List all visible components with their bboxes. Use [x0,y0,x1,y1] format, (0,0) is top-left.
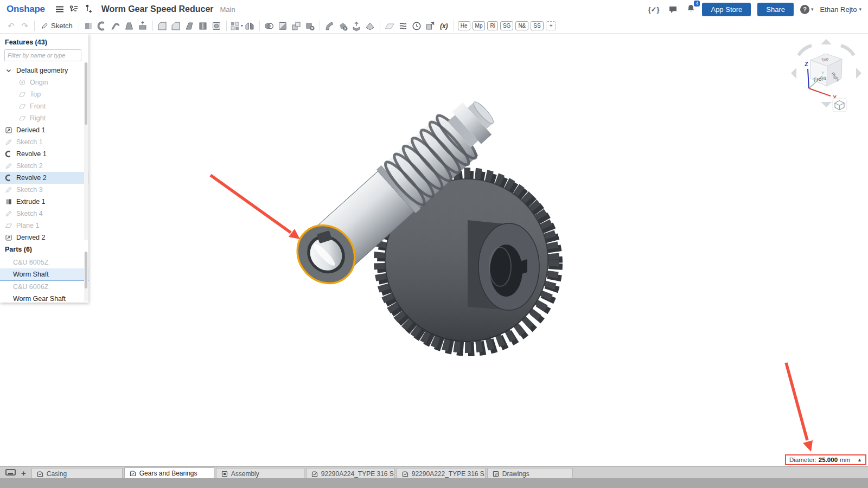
features-scrollbar[interactable] [84,62,88,240]
redo-button[interactable]: ↷ [18,20,31,33]
tab-92290a224[interactable]: 92290A224_TYPE 316 S... [306,468,395,479]
history-icon[interactable] [410,20,424,33]
rib-icon[interactable] [196,20,210,33]
chevron-down-icon [5,67,12,74]
tree-item-sketch-1[interactable]: Sketch 1 [0,136,88,148]
tree-item-top-plane[interactable]: Top [0,88,88,100]
viewcube-arrow-up[interactable] [821,39,832,44]
draft-icon[interactable] [183,20,196,33]
plane-tool-icon[interactable] [383,20,397,33]
transform-icon[interactable] [424,20,437,33]
part-item-cu-6005z[interactable]: C&U 6005Z [0,256,88,268]
3d-viewport[interactable]: Top Front Right Z X Y [0,0,868,488]
delete-face-icon[interactable] [336,20,350,33]
move-face-icon[interactable] [323,20,336,33]
sketch-button[interactable]: Sketch [37,20,76,33]
versions-icon[interactable] [67,2,81,16]
combine-icon[interactable] [290,20,303,33]
fillet-icon[interactable] [156,20,169,33]
parts-header: Parts (6) [0,243,88,256]
offset-surface-icon[interactable] [350,20,363,33]
part-item-cu-6006z[interactable]: C&U 6006Z [0,281,88,293]
tree-item-origin[interactable]: Origin [0,76,88,88]
view-cube[interactable]: Top Front Right Z X Y [791,39,861,107]
features-scrollbar-thumb[interactable] [85,62,87,125]
extrude-icon[interactable] [82,20,95,33]
tree-item-revolve-2[interactable]: Revolve 2 [0,172,88,184]
user-menu[interactable]: Ethan Rejto ▾ [820,5,861,14]
tree-item-default-geometry[interactable]: Default geometry [0,65,88,76]
revolve-icon[interactable] [95,20,109,33]
main-menu-icon[interactable] [53,2,67,16]
comments-icon[interactable] [666,2,680,16]
annotation-arrow-to-measure [786,363,813,452]
tree-item-extrude-1[interactable]: Extrude 1 [0,196,88,208]
viewcube-arrow-left[interactable] [791,68,796,79]
shell-icon[interactable] [210,20,224,33]
tab-gears-and-bearings[interactable]: Gears and Bearings [124,467,214,479]
custom-feature-sg[interactable]: SG [500,21,513,30]
pencil-icon [41,22,48,30]
tab-assembly[interactable]: Assembly [216,468,304,479]
part-item-worm-shaft[interactable]: Worm Shaft [0,268,88,281]
parts-scrollbar[interactable] [84,252,88,301]
tab-casing[interactable]: Casing [31,468,123,479]
tree-item-derived-2[interactable]: Derived 2 [0,232,88,243]
worm-gear-hub[interactable] [468,220,539,310]
tree-item-front-plane[interactable]: Front [0,100,88,112]
isometric-view-button[interactable] [833,98,846,112]
add-custom-feature-button[interactable]: + [546,21,557,30]
feature-filter-input[interactable] [4,49,81,61]
sweep-icon[interactable] [109,20,123,33]
measurement-bar[interactable]: Diameter: 25.000 mm ▲ [785,454,866,465]
undo-button[interactable]: ↶ [4,20,18,33]
app-header: Onshape Worm Gear Speed Reducer Main {✓}… [0,0,868,18]
custom-feature-ss[interactable]: SS [531,21,543,30]
viewcube-arrow-right[interactable] [856,68,861,79]
boolean-icon[interactable] [263,20,276,33]
custom-feature-n[interactable]: N& [515,21,528,30]
tree-item-revolve-1[interactable]: Revolve 1 [0,148,88,160]
linear-pattern-icon[interactable]: ▾ [229,20,243,33]
tab-92290a222[interactable]: 92290A222_TYPE 316 S... [397,468,486,479]
bottom-strip [0,478,868,488]
part-item-worm-gear-shaft[interactable]: Worm Gear Shaft [0,293,88,305]
notifications-icon[interactable]: 4 [686,4,695,15]
custom-feature-he[interactable]: He [458,21,470,30]
delete-part-icon[interactable] [303,20,317,33]
insert-element-icon[interactable] [81,2,95,16]
tree-item-plane-1[interactable]: Plane 1 [0,220,88,232]
feature-toolbar: ↶ ↷ Sketch ▾ (x) He Mp Ri SG N& SS + [0,18,868,34]
share-button[interactable]: Share [757,3,794,16]
plane-icon [18,114,26,122]
loft-icon[interactable] [123,20,136,33]
viewcube-rotate-cw[interactable] [841,46,854,55]
viewcube-arrow-down[interactable] [821,102,832,107]
chamfer-icon[interactable] [169,20,183,33]
help-icon[interactable]: ? [800,5,809,14]
tree-item-sketch-3[interactable]: Sketch 3 [0,184,88,196]
thicken-icon[interactable] [136,20,150,33]
variable-icon[interactable]: (x) [437,20,451,33]
help-menu[interactable]: ? ▾ [800,5,814,14]
helix-icon[interactable] [397,20,410,33]
measure-expand-caret-icon[interactable]: ▲ [857,457,862,463]
tab-manager-icon[interactable] [5,469,16,477]
custom-feature-ri[interactable]: Ri [487,21,497,30]
tree-item-derived-1[interactable]: Derived 1 [0,124,88,136]
tree-item-sketch-2[interactable]: Sketch 2 [0,160,88,172]
app-store-button[interactable]: App Store [702,3,751,16]
parts-scrollbar-thumb[interactable] [85,252,87,288]
workspace-name[interactable]: Main [220,5,235,14]
feedback-icon[interactable]: {✓} [648,5,659,14]
tree-item-right-plane[interactable]: Right [0,112,88,124]
new-tab-button[interactable]: + [21,469,26,477]
tab-drawings[interactable]: Drawings [487,468,573,479]
replace-face-icon[interactable] [363,20,377,33]
custom-feature-mp[interactable]: Mp [473,21,486,30]
onshape-logo[interactable]: Onshape [7,4,45,15]
tree-item-sketch-4[interactable]: Sketch 4 [0,208,88,220]
mirror-icon[interactable] [243,20,257,33]
viewcube-rotate-ccw[interactable] [799,46,812,55]
split-icon[interactable] [276,20,290,33]
